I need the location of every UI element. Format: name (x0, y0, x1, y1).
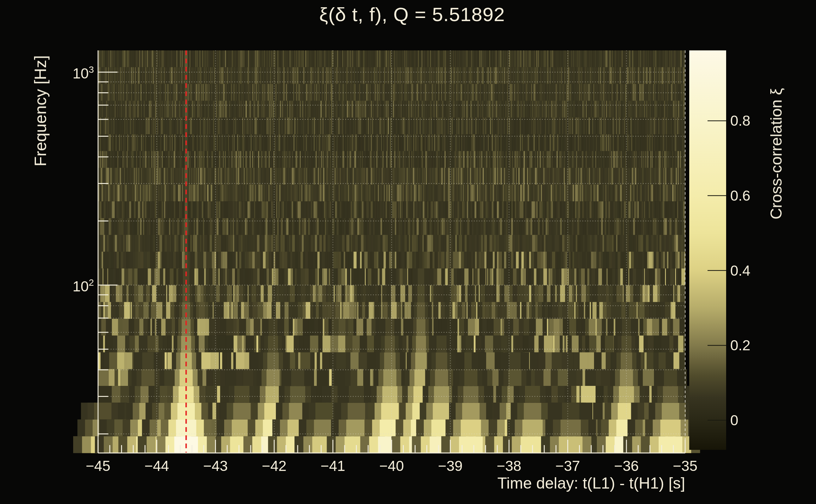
x-tick-label: −40 (379, 457, 404, 474)
colorbar-tick-label: 0.6 (730, 187, 750, 204)
x-tick-label: −44 (144, 457, 169, 474)
y-tick-label: 102 (72, 278, 94, 295)
colorbar-tick-label: 0.8 (730, 112, 750, 129)
colorbar-tick-label: 0.2 (730, 337, 750, 354)
x-tick-label: −39 (438, 457, 463, 474)
x-tick-label: −43 (203, 457, 228, 474)
chart-root: ξ(δ t, f), Q = 5.51892 Frequency [Hz] Ti… (0, 0, 816, 504)
y-tick-exponent: 3 (89, 64, 94, 75)
colorbar-tick-label: 0.4 (730, 262, 750, 279)
y-axis-title: Frequency [Hz] (31, 55, 50, 167)
colorbar-title: Cross-correlation ξ (767, 88, 785, 220)
x-tick-label: −38 (497, 457, 521, 474)
x-tick-label: −37 (555, 457, 580, 474)
y-tick-exponent: 2 (89, 277, 94, 288)
colorbar-tick-label: 0 (730, 412, 738, 429)
x-axis-title: Time delay: t(L1) - t(H1) [s] (497, 474, 685, 492)
chart-title: ξ(δ t, f), Q = 5.51892 (319, 3, 505, 26)
heatmap-canvas[interactable] (0, 0, 816, 504)
x-tick-label: −41 (321, 457, 345, 474)
x-tick-label: −42 (262, 457, 287, 474)
x-tick-label: −35 (673, 457, 698, 474)
y-tick-label: 103 (72, 65, 94, 82)
x-tick-label: −45 (86, 457, 110, 474)
x-tick-label: −36 (614, 457, 639, 474)
